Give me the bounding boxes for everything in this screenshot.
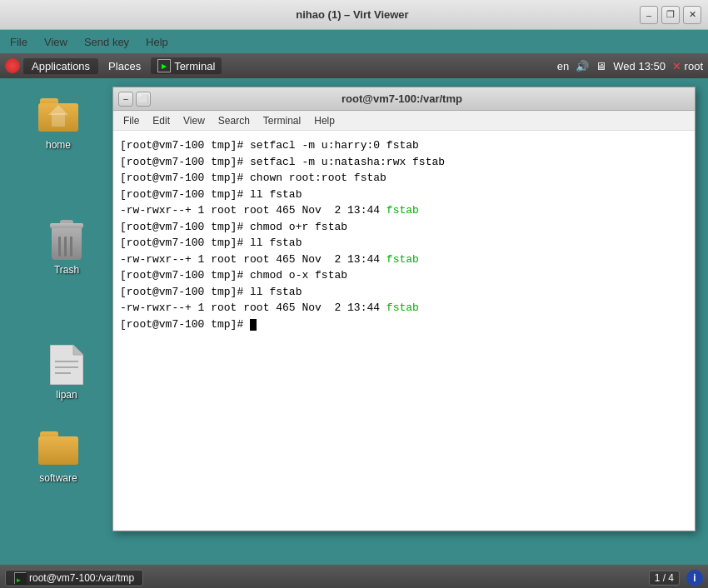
trash-lines [58,237,72,257]
term-line-7: [root@vm7-100 tmp]# ll fstab [120,235,688,252]
app-menu-bar: File View Send key Help [0,30,708,53]
panel-places[interactable]: Places [100,58,149,74]
folder-icon-home [38,98,78,132]
trash-line-3 [70,237,72,257]
term-line-11: -rw-rwxr--+ 1 root root 465 Nov 2 13:44 … [120,300,688,316]
panel-applications[interactable]: Applications [23,58,98,74]
term-line-12: [root@vm7-100 tmp]# [120,316,688,333]
panel-user: ✕ root [672,60,703,72]
term-menu-view[interactable]: View [177,113,212,128]
top-panel: Applications Places ▶ Terminal en 🔊 🖥 We… [0,53,708,78]
menu-view[interactable]: View [37,34,74,50]
file-icon-svg [50,345,83,385]
term-line-1: [root@vm7-100 tmp]# setfacl -m u:harry:0… [120,137,688,154]
svg-marker-1 [73,345,83,355]
taskbar-left: ▶ root@vm7-100:/var/tmp [5,570,143,586]
applications-icon [5,58,20,73]
taskbar-pager[interactable]: 1 / 4 [649,571,680,586]
restore-button[interactable]: ❐ [661,6,680,24]
term-line-10: [root@vm7-100 tmp]# ll fstab [120,284,688,301]
trash-line-1 [58,237,61,257]
panel-volume-icon: 🔊 [576,60,589,72]
desktop-icon-home[interactable]: home [25,95,92,152]
terminal-cursor [250,319,257,331]
terminal-menu-bar: File Edit View Search Terminal Help [113,111,695,131]
minimize-button[interactable]: – [640,6,658,24]
taskbar-app-label: root@vm7-100:/var/tmp [29,572,134,584]
term-btns: – ⬜ [118,92,151,107]
term-menu-search[interactable]: Search [212,113,257,128]
term-line-2: [root@vm7-100 tmp]# setfacl -m u:natasha… [120,154,688,171]
panel-right: en 🔊 🖥 Wed 13:50 ✕ root [557,60,703,72]
folder-body [38,103,78,132]
desktop-icon-trash[interactable]: Trash [33,220,100,277]
terminal-window: – ⬜ root@vm7-100:/var/tmp File Edit View… [112,87,696,531]
term-line-3: [root@vm7-100 tmp]# chown root:root fsta… [120,170,688,187]
term-menu-file[interactable]: File [117,113,146,128]
panel-left: Applications Places ▶ Terminal [5,57,222,74]
lipan-icon-label: lipan [52,388,80,401]
term-menu-help[interactable]: Help [307,113,342,128]
folder-body-software [38,436,78,465]
term-line-5: -rw-rwxr--+ 1 root root 465 Nov 2 13:44 … [120,202,688,219]
desktop-icon-software[interactable]: software [25,428,92,485]
menu-file[interactable]: File [3,34,34,50]
panel-screen-icon: 🖥 [596,60,606,72]
terminal-icon: ▶ [157,59,171,72]
panel-datetime[interactable]: Wed 13:50 [613,60,666,72]
term-menu-terminal[interactable]: Terminal [257,113,307,128]
lipan-icon-img [47,345,87,385]
terminal-title-bar: – ⬜ root@vm7-100:/var/tmp [113,87,695,111]
folder-icon-software [38,431,78,465]
window-title: nihao (1) – Virt Viewer [65,8,640,21]
taskbar-app-icon: ▶ [14,572,26,584]
term-line-6: [root@vm7-100 tmp]# chmod o+r fstab [120,219,688,236]
panel-terminal-label: Terminal [174,60,215,72]
trash-body [52,228,82,260]
trash-line-2 [64,237,67,257]
term-minimize-btn[interactable]: – [118,92,133,107]
home-icon-label: home [42,138,74,152]
term-menu-edit[interactable]: Edit [146,113,177,128]
home-icon-img [38,95,78,135]
panel-locale: en [557,60,569,72]
software-icon-img [38,428,78,468]
taskbar-right: 1 / 4 i [649,570,703,586]
menu-help[interactable]: Help [139,34,175,50]
desktop: home Trash [0,78,708,588]
terminal-body[interactable]: [root@vm7-100 tmp]# setfacl -m u:harry:0… [113,131,695,531]
menu-send-key[interactable]: Send key [77,34,136,50]
terminal-window-title: root@vm7-100:/var/tmp [151,92,653,105]
term-line-9: [root@vm7-100 tmp]# chmod o-x fstab [120,267,688,284]
trash-icon-img [47,220,87,260]
desktop-icon-lipan[interactable]: lipan [33,345,100,401]
trash-shape [50,220,83,260]
term-line-8: -rw-rwxr--+ 1 root root 465 Nov 2 13:44 … [120,252,688,268]
software-icon-label: software [36,471,80,485]
taskbar-app-item[interactable]: ▶ root@vm7-100:/var/tmp [5,570,143,586]
svg-text:▶: ▶ [17,576,21,584]
terminal-mini-icon: ▶ [15,573,27,585]
title-bar: nihao (1) – Virt Viewer – ❐ ✕ [0,0,708,30]
close-button[interactable]: ✕ [683,6,701,24]
title-bar-controls: – ❐ ✕ [640,6,701,24]
trash-icon-label: Trash [51,263,82,277]
term-line-4: [root@vm7-100 tmp]# ll fstab [120,187,688,203]
panel-terminal-btn[interactable]: ▶ Terminal [151,57,222,74]
term-maximize-btn[interactable]: ⬜ [136,92,151,107]
taskbar: ▶ root@vm7-100:/var/tmp 1 / 4 i [0,565,708,588]
info-icon[interactable]: i [686,570,703,586]
